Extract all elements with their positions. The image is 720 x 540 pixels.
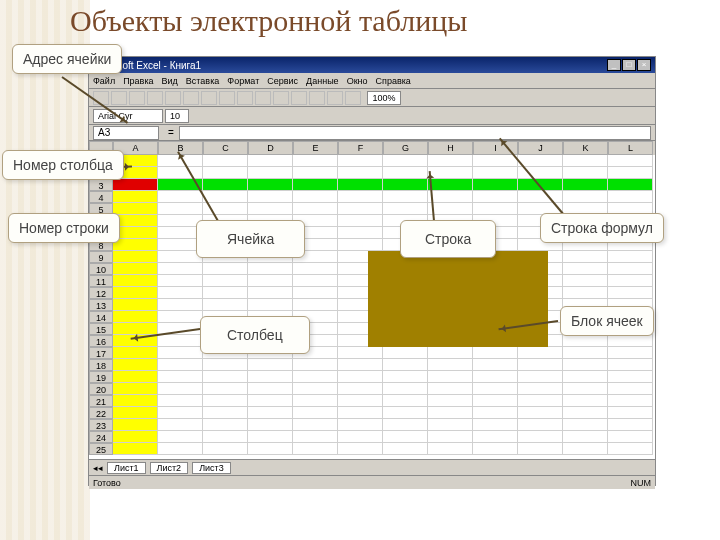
cell[interactable] (113, 299, 158, 311)
cell[interactable] (158, 311, 203, 323)
cell[interactable] (113, 359, 158, 371)
cell[interactable] (608, 347, 653, 359)
cell[interactable] (608, 167, 653, 179)
cell[interactable] (608, 443, 653, 455)
col-header[interactable]: L (608, 141, 653, 155)
cell[interactable] (338, 395, 383, 407)
row-header[interactable]: 17 (89, 347, 113, 359)
cell[interactable] (203, 359, 248, 371)
cell[interactable] (473, 431, 518, 443)
cell[interactable] (473, 179, 518, 191)
toolbar-button[interactable] (165, 91, 181, 105)
cell[interactable] (608, 287, 653, 299)
cell[interactable] (608, 431, 653, 443)
col-header[interactable]: C (203, 141, 248, 155)
cell[interactable] (518, 155, 563, 167)
cell[interactable] (383, 203, 428, 215)
cell[interactable] (518, 443, 563, 455)
cell[interactable] (113, 419, 158, 431)
cell[interactable] (203, 287, 248, 299)
cell[interactable] (158, 287, 203, 299)
cell[interactable] (563, 191, 608, 203)
toolbar-button[interactable] (201, 91, 217, 105)
cell[interactable] (338, 215, 383, 227)
cell[interactable] (473, 203, 518, 215)
cell[interactable] (473, 191, 518, 203)
cell[interactable] (518, 395, 563, 407)
cell[interactable] (203, 431, 248, 443)
cell[interactable] (428, 347, 473, 359)
cell[interactable] (518, 191, 563, 203)
cell[interactable] (113, 287, 158, 299)
cell[interactable] (608, 419, 653, 431)
cell[interactable] (518, 383, 563, 395)
row-header[interactable]: 11 (89, 275, 113, 287)
cell[interactable] (248, 203, 293, 215)
cell[interactable] (338, 239, 383, 251)
row-header[interactable]: 20 (89, 383, 113, 395)
cell[interactable] (248, 395, 293, 407)
cell[interactable] (248, 419, 293, 431)
cell[interactable] (113, 371, 158, 383)
toolbar-button[interactable] (147, 91, 163, 105)
cell[interactable] (518, 371, 563, 383)
cell[interactable] (608, 191, 653, 203)
cell[interactable] (473, 443, 518, 455)
menu-item[interactable]: Вид (162, 76, 178, 86)
cell[interactable] (473, 407, 518, 419)
toolbar-button[interactable] (237, 91, 253, 105)
toolbar-button[interactable] (309, 91, 325, 105)
toolbar-button[interactable] (345, 91, 361, 105)
toolbar-button[interactable] (291, 91, 307, 105)
cell[interactable] (248, 155, 293, 167)
toolbar-button[interactable] (255, 91, 271, 105)
cell[interactable] (338, 359, 383, 371)
cell[interactable] (608, 275, 653, 287)
col-header[interactable]: F (338, 141, 383, 155)
cell[interactable] (338, 419, 383, 431)
sheet-tab[interactable]: Лист1 (107, 462, 146, 474)
cell[interactable] (248, 431, 293, 443)
cell[interactable] (158, 419, 203, 431)
cell[interactable] (428, 179, 473, 191)
cell[interactable] (293, 191, 338, 203)
cell[interactable] (473, 155, 518, 167)
row-header[interactable]: 3 (89, 179, 113, 191)
cell[interactable] (563, 431, 608, 443)
cell[interactable] (383, 383, 428, 395)
formula-input[interactable] (179, 126, 651, 140)
row-header[interactable]: 21 (89, 395, 113, 407)
toolbar-button[interactable] (219, 91, 235, 105)
cell[interactable] (563, 407, 608, 419)
cell[interactable] (473, 359, 518, 371)
cell[interactable] (473, 383, 518, 395)
cell[interactable] (293, 203, 338, 215)
cell[interactable] (428, 431, 473, 443)
cell[interactable] (518, 407, 563, 419)
cell[interactable] (158, 443, 203, 455)
cell[interactable] (383, 155, 428, 167)
cell[interactable] (158, 167, 203, 179)
cell[interactable] (293, 407, 338, 419)
row-header[interactable]: 13 (89, 299, 113, 311)
cell[interactable] (158, 335, 203, 347)
menu-item[interactable]: Сервис (267, 76, 298, 86)
cell[interactable] (473, 395, 518, 407)
minimize-button[interactable]: _ (607, 59, 621, 71)
cell[interactable] (563, 263, 608, 275)
size-select[interactable]: 10 (165, 109, 189, 123)
cell[interactable] (563, 419, 608, 431)
cell[interactable] (293, 155, 338, 167)
cell[interactable] (203, 395, 248, 407)
cell[interactable] (203, 263, 248, 275)
cell[interactable] (248, 443, 293, 455)
menu-item[interactable]: Формат (227, 76, 259, 86)
cell[interactable] (383, 371, 428, 383)
menu-item[interactable]: Файл (93, 76, 115, 86)
cell[interactable] (563, 251, 608, 263)
cell[interactable] (338, 383, 383, 395)
cell[interactable] (563, 371, 608, 383)
cell[interactable] (158, 407, 203, 419)
cell[interactable] (248, 191, 293, 203)
toolbar-button[interactable] (111, 91, 127, 105)
